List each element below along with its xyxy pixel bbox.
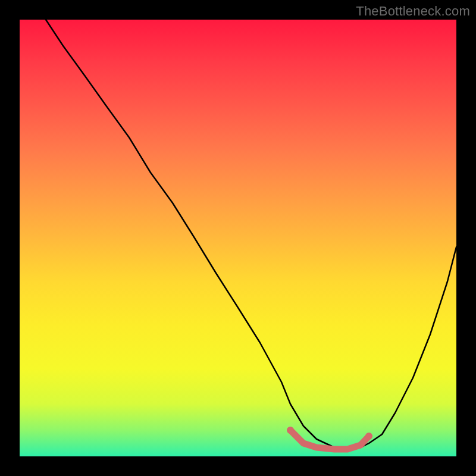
bottleneck-curve [46, 20, 456, 447]
optimal-zone-marker [290, 430, 369, 449]
optimal-zone-start-dot [287, 427, 294, 434]
optimal-zone-end-dot [365, 433, 372, 440]
chart-plot-area [20, 20, 456, 456]
watermark-text: TheBottleneck.com [356, 4, 470, 19]
chart-svg [20, 20, 456, 456]
